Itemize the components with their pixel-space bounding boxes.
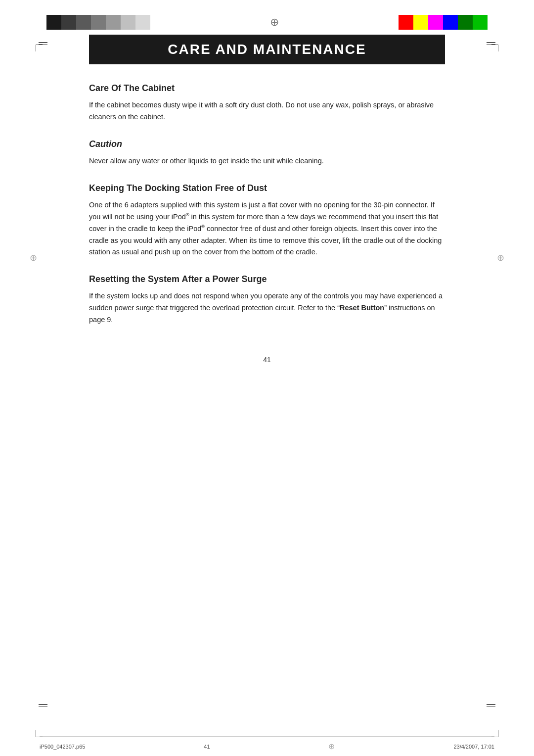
section-body-keeping-docking: One of the 6 adapters supplied with this… — [89, 199, 445, 259]
corner-mark-tl — [36, 45, 43, 51]
bottom-filename: iP500_042307.p65 — [40, 744, 85, 750]
color-bar-blue — [443, 15, 458, 30]
section-heading-care-of-cabinet: Care Of The Cabinet — [89, 83, 445, 94]
section-caution: Caution Never allow any water or other l… — [89, 139, 445, 167]
color-bar-dk3 — [91, 15, 106, 30]
section-body-caution: Never allow any water or other liquids t… — [89, 155, 445, 167]
page-title: CARE AND MAINTENANCE — [104, 42, 430, 57]
section-body-resetting-system: If the system locks up and does not resp… — [89, 290, 445, 326]
page-header-bar: CARE AND MAINTENANCE — [89, 35, 445, 64]
corner-mark-tr — [491, 45, 498, 51]
bottom-marks: iP500_042307.p65 41 ⊕ 23/4/2007, 17:01 — [0, 736, 534, 751]
section-heading-keeping-docking: Keeping The Docking Station Free of Dust — [89, 183, 445, 193]
reset-button-bold: Reset Button — [340, 304, 384, 312]
color-bar-lt1 — [121, 15, 135, 30]
bottom-date: 23/4/2007, 17:01 — [453, 744, 494, 750]
main-content: CARE AND MAINTENANCE Care Of The Cabinet… — [40, 35, 494, 364]
color-bar-lt2 — [135, 15, 150, 30]
bottom-reg-mark: ⊕ — [328, 742, 335, 751]
color-bar-magenta — [428, 15, 443, 30]
top-tick-left — [39, 42, 47, 45]
color-bar-dk2 — [76, 15, 91, 30]
left-reg-mark: ⊕ — [30, 252, 37, 263]
color-bar-red — [399, 15, 413, 30]
page: ⊕ ⊕ ⊕ CARE AND MAINTENANCE Care Of The C… — [0, 15, 534, 756]
section-heading-resetting-system: Resetting the System After a Power Surge — [89, 274, 445, 284]
color-bar-green — [473, 15, 488, 30]
bottom-tick-right — [487, 704, 495, 707]
bottom-tick-left — [39, 704, 47, 707]
color-bar-dk4 — [106, 15, 121, 30]
right-reg-mark: ⊕ — [497, 252, 504, 263]
color-bar-dkgreen — [458, 15, 473, 30]
page-number: 41 — [89, 356, 445, 364]
section-keeping-docking: Keeping The Docking Station Free of Dust… — [89, 183, 445, 259]
color-bar-black — [46, 15, 61, 30]
section-care-of-cabinet: Care Of The Cabinet If the cabinet becom… — [89, 83, 445, 123]
center-reg-mark-top: ⊕ — [270, 16, 279, 29]
bottom-line: iP500_042307.p65 41 ⊕ 23/4/2007, 17:01 — [40, 736, 494, 751]
section-heading-caution: Caution — [89, 139, 445, 149]
color-bar-yellow — [413, 15, 428, 30]
bottom-page-number: 41 — [204, 744, 210, 750]
color-bar-dk1 — [61, 15, 76, 30]
section-resetting-system: Resetting the System After a Power Surge… — [89, 274, 445, 326]
section-body-care-of-cabinet: If the cabinet becomes dusty wipe it wit… — [89, 99, 445, 123]
top-tick-right — [487, 42, 495, 45]
